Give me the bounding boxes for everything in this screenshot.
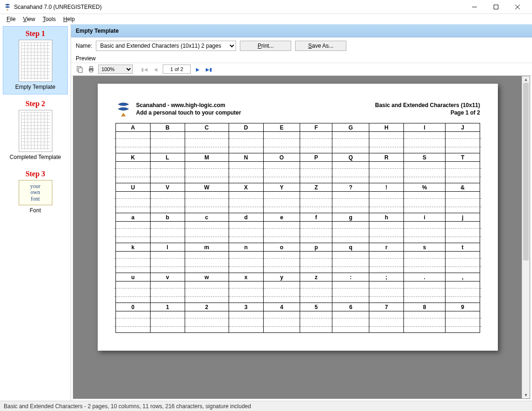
print-button[interactable]: Print...: [240, 41, 291, 51]
char-cell: [185, 162, 229, 183]
char-cell: [300, 252, 332, 273]
vertical-scrollbar[interactable]: ▲ ▼: [522, 76, 530, 398]
char-label: Z: [300, 183, 332, 192]
char-label: ,: [446, 273, 480, 281]
preview-toolbar: 100% ▮◀ ◀ 1 of 2 ▶ ▶▮: [71, 63, 532, 76]
char-cell: [229, 162, 263, 183]
page-header-line1: Scanahand - www.high-logic.com: [136, 101, 241, 109]
close-button[interactable]: [507, 0, 528, 14]
char-cell: [185, 222, 229, 243]
content-title: Empty Template: [76, 28, 119, 34]
char-cell: [446, 192, 480, 213]
char-cell: [150, 222, 185, 243]
step-name: Font: [29, 207, 41, 214]
char-label: E: [263, 123, 300, 132]
first-page-button[interactable]: ▮◀: [140, 65, 149, 73]
titlebar: Scanahand 7.0 (UNREGISTERED): [0, 0, 532, 14]
char-label: :: [332, 273, 369, 281]
char-cell: [229, 192, 263, 213]
char-cell: [229, 222, 263, 243]
preview-viewport[interactable]: Scanahand - www.high-logic.com Add a per…: [73, 76, 530, 399]
minimize-button[interactable]: [464, 0, 485, 14]
char-label: e: [263, 213, 300, 222]
step-label: Step 2: [25, 100, 45, 108]
print-icon[interactable]: [87, 65, 95, 73]
char-cell: [185, 252, 229, 273]
char-label: g: [332, 213, 369, 222]
char-cell: [404, 162, 446, 183]
menu-help[interactable]: Help: [59, 15, 79, 23]
char-label: q: [332, 243, 369, 252]
copy-icon[interactable]: [76, 65, 84, 73]
last-page-button[interactable]: ▶▮: [205, 65, 213, 73]
char-cell: [150, 252, 185, 273]
char-cell: [332, 192, 369, 213]
char-cell: [404, 311, 446, 333]
step-font[interactable]: Step 3 your own font Font: [3, 166, 68, 218]
page-logo-icon: [115, 101, 131, 117]
char-label: 1: [150, 303, 185, 311]
char-label: 8: [404, 303, 446, 311]
preview-label: Preview: [71, 54, 532, 63]
window-title: Scanahand 7.0 (UNREGISTERED): [14, 4, 464, 10]
scroll-up-icon[interactable]: ▲: [522, 76, 530, 83]
char-label: X: [229, 183, 263, 192]
scroll-down-icon[interactable]: ▼: [522, 392, 530, 398]
char-cell: [300, 162, 332, 183]
char-cell: [263, 311, 300, 333]
template-name-select[interactable]: Basic and Extended Characters (10x11) 2 …: [96, 41, 236, 51]
char-label: R: [369, 153, 404, 162]
svg-rect-5: [79, 68, 82, 72]
char-label: u: [116, 273, 151, 281]
char-cell: [332, 132, 369, 153]
char-cell: [263, 192, 300, 213]
step-empty-template[interactable]: Step 1 Empty Template: [3, 26, 68, 94]
char-label: y: [263, 273, 300, 281]
char-label: c: [185, 213, 229, 222]
char-cell: [369, 311, 404, 333]
char-label: ;: [369, 273, 404, 281]
char-cell: [332, 222, 369, 243]
char-cell: [150, 132, 185, 153]
char-label: M: [185, 153, 229, 162]
char-label: F: [300, 123, 332, 132]
char-label: 4: [263, 303, 300, 311]
menu-file[interactable]: File: [3, 15, 19, 23]
char-label: H: [369, 123, 404, 132]
char-cell: [150, 192, 185, 213]
content-header: Empty Template: [71, 24, 532, 37]
status-text: Basic and Extended Characters - 2 pages,…: [4, 403, 251, 410]
char-label: z: [300, 273, 332, 281]
statusbar: Basic and Extended Characters - 2 pages,…: [0, 401, 532, 411]
char-label: m: [185, 243, 229, 252]
char-label: k: [116, 243, 151, 252]
step-completed-template[interactable]: Step 2 Completed Template: [3, 96, 68, 165]
next-page-button[interactable]: ▶: [194, 65, 202, 73]
zoom-select[interactable]: 100%: [98, 65, 133, 74]
char-cell: [116, 222, 151, 243]
char-cell: [404, 281, 446, 303]
step-label: Step 1: [25, 29, 45, 38]
save-as-button[interactable]: Save As...: [295, 41, 346, 51]
scrollbar-thumb[interactable]: [523, 83, 529, 260]
char-label: t: [446, 243, 480, 252]
char-cell: [369, 252, 404, 273]
char-label: r: [369, 243, 404, 252]
char-cell: [404, 252, 446, 273]
char-label: O: [263, 153, 300, 162]
char-cell: [404, 132, 446, 153]
char-label: D: [229, 123, 263, 132]
menu-tools[interactable]: Tools: [39, 15, 59, 23]
sidebar: Step 1 Empty Template Step 2 Completed T…: [0, 24, 71, 401]
char-label: V: [150, 183, 185, 192]
char-cell: [116, 281, 151, 303]
step-thumbnail: [19, 40, 52, 82]
char-label: a: [116, 213, 151, 222]
char-cell: [116, 192, 151, 213]
char-cell: [116, 162, 151, 183]
maximize-button[interactable]: [485, 0, 507, 14]
prev-page-button[interactable]: ◀: [151, 65, 160, 73]
page-indicator[interactable]: 1 of 2: [163, 65, 191, 74]
page-header-line2: Add a personal touch to your computer: [136, 109, 241, 116]
menu-view[interactable]: View: [19, 15, 39, 23]
